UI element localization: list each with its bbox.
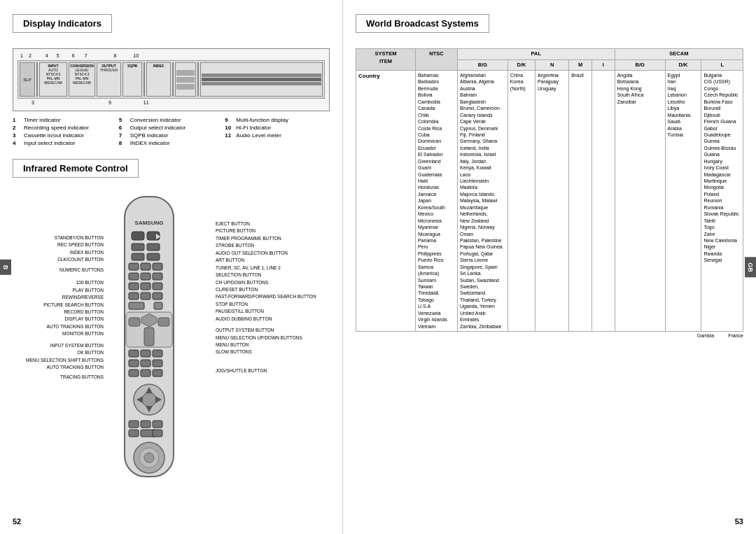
svg-rect-26 (129, 318, 140, 326)
pal-dk-countries: ChinaKorea(North) (507, 71, 535, 332)
label-standby: STANDBY/ON BUTTON (13, 235, 104, 241)
pal-m-header: M (569, 59, 592, 71)
label-audio-dub: AUDIO DUBBING BUTTON (216, 316, 328, 322)
ntsc-header: NTSC (415, 49, 457, 71)
svg-rect-22 (154, 302, 162, 309)
svg-rect-13 (141, 273, 150, 280)
svg-rect-25 (144, 328, 154, 346)
label-play: PLAY BUTTON (13, 288, 104, 293)
label-clk: CLK/COUNT BUTTON (13, 257, 104, 262)
svg-rect-19 (141, 293, 150, 300)
label-pic-search: PICTURE SEARCH BUTTON (13, 302, 104, 308)
label-display: DISPLAY BUTTON (13, 316, 104, 322)
label-output-sys: OUTPUT SYSTEM BUTTON (216, 328, 328, 333)
svg-rect-33 (153, 360, 162, 367)
pal-bg-countries: AfghanistanAlbania, AlgeriaAustriaBahrai… (457, 71, 507, 332)
svg-rect-12 (129, 273, 139, 280)
label-slow: SLOW BUTTONS (216, 349, 328, 355)
svg-rect-46 (129, 430, 139, 437)
svg-rect-45 (153, 421, 162, 428)
left-page: B Display Indicators 1 2 4 5 6 7 8 10 SL… (0, 0, 343, 534)
label-art: ART BUTTON (216, 258, 328, 263)
pal-bg-header: B/G (457, 59, 507, 71)
remote-body: SAMSUNG (111, 193, 209, 489)
label-monitor: MONITOR BUTTON (13, 331, 104, 337)
svg-rect-17 (153, 283, 162, 290)
label-ff-search: FAST-FORWARD/FORWARD SEARCH BUTTON (216, 294, 328, 300)
svg-rect-30 (153, 350, 162, 357)
label-menu-updown: MENU SELECTION UP/DOWN BUTTONS (216, 335, 328, 341)
display-diagram: 1 2 4 5 6 7 8 10 SLP INPUT AUTO NTSC4:3 (13, 48, 330, 111)
svg-rect-27 (158, 318, 169, 326)
svg-point-38 (142, 393, 156, 407)
label-tuner: TUNER, SC, AV, LINE 1, LINE 2 (216, 265, 328, 271)
label-auto-track2: AUTO TRACKING BUTTON (13, 365, 104, 370)
remote-svg: SAMSUNG (111, 193, 188, 487)
label-ch-updown: CH UP/DOWN BUTTONS (216, 280, 328, 286)
svg-rect-21 (129, 302, 144, 309)
display-indicators-section: Display Indicators 1 2 4 5 6 7 8 10 SLP (13, 14, 330, 146)
right-page: GB World Broadcast Systems SYSTEMITEM NT… (343, 0, 756, 534)
label-auto-track: AUTO TRACKING BUTTON (13, 324, 104, 330)
svg-rect-43 (129, 421, 139, 428)
svg-rect-6 (147, 244, 160, 251)
label-ok: OK BUTTON (13, 350, 104, 356)
svg-point-51 (144, 453, 154, 463)
sec-l-header: L (701, 59, 743, 71)
svg-rect-9 (129, 263, 139, 270)
ntsc-countries: BahamasBarbadosBermudaBoliviaCambodiaCan… (415, 71, 457, 332)
sec-l-countries: BulgariaCIS (USSR)CongoCzech RepublicBur… (701, 71, 743, 332)
label-rewind: REWIND/REVERSE (13, 295, 104, 300)
svg-rect-35 (141, 370, 150, 377)
display-legend: 1Timer indicator 5Conversion indicator 9… (13, 117, 330, 146)
extra-countries: Gambia France (356, 333, 743, 338)
remote-section: Infrared Remote Control STANDBY/ON BUTTO… (13, 159, 330, 489)
svg-rect-16 (141, 283, 150, 290)
svg-rect-36 (153, 370, 162, 377)
label-rec-speed: REC SPEED BUTTON (13, 242, 104, 248)
svg-rect-34 (129, 370, 139, 377)
svg-rect-8 (147, 253, 160, 260)
remote-section-title: Infrared Remote Control (13, 159, 139, 178)
right-page-number: 53 (735, 517, 743, 526)
label-picture: PICTURE BUTTON (216, 228, 328, 234)
broadcast-title: World Broadcast Systems (356, 14, 489, 33)
gambia-label: Gambia (697, 333, 715, 338)
svg-rect-5 (132, 244, 144, 251)
pal-i-header: I (592, 59, 615, 71)
remote-labels-right: EJECT BUTTON PICTURE BUTTON TIMER PROGRA… (216, 193, 328, 489)
label-timer-prog: TIMER PROGRAMME BUTTON (216, 236, 328, 241)
svg-rect-15 (129, 283, 139, 290)
label-audio-out: AUDIO OUT SELECTION BUTTON (216, 251, 328, 256)
pal-dk-header: D/K (507, 59, 535, 71)
svg-rect-20 (153, 293, 162, 300)
broadcast-table: SYSTEMITEM NTSC PAL SECAM B/G D/K N M I … (356, 48, 743, 332)
svg-rect-32 (141, 360, 150, 367)
france-label: France (728, 333, 743, 338)
page: B Display Indicators 1 2 4 5 6 7 8 10 SL… (0, 0, 756, 534)
sec-bg-header: B/G (615, 59, 665, 71)
svg-rect-14 (153, 273, 162, 280)
label-selection: SELECTION BUTTON (216, 272, 328, 278)
svg-rect-28 (129, 350, 139, 357)
svg-rect-48 (153, 430, 162, 437)
svg-rect-7 (132, 253, 144, 260)
remote-container: STANDBY/ON BUTTON REC SPEED BUTTON INDEX… (13, 193, 330, 489)
label-strobe: STROBE BUTTON (216, 243, 328, 248)
left-tab: B (0, 259, 11, 275)
label-index: INDEX BUTTON (13, 250, 104, 255)
label-record: RECORD BUTTON (13, 309, 104, 315)
svg-rect-11 (153, 263, 162, 270)
label-menu-shift: MENU SELECTION SHIFT BUTTONS (13, 358, 104, 363)
label-pause: PAUSE/STILL BUTTON (216, 309, 328, 314)
label-jog: JOG/SHUTTLE BUTTON (216, 368, 328, 374)
left-page-number: 52 (13, 517, 21, 526)
pal-n-countries: ArgentinaParaguayUruguay (536, 71, 569, 332)
sec-dk-countries: EgyptIranIraqLebanonLesothoLibyaMauritan… (665, 71, 701, 332)
label-eject: EJECT BUTTON (216, 221, 328, 227)
svg-rect-10 (141, 263, 150, 270)
display-indicators-title: Display Indicators (13, 14, 112, 33)
svg-rect-18 (129, 293, 139, 300)
label-stop: STOP BUTTON (216, 302, 328, 307)
label-menu: MENU BUTTON (216, 342, 328, 348)
